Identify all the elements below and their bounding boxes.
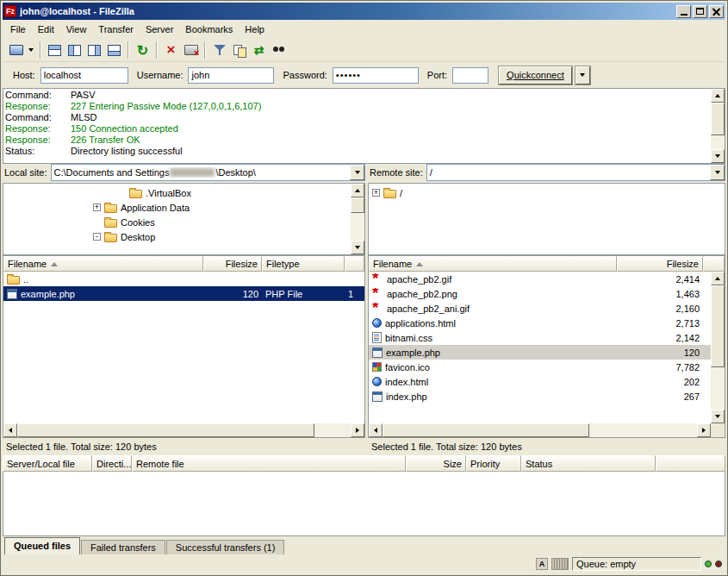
username-input[interactable] xyxy=(188,67,274,84)
file-row[interactable]: index.html202 xyxy=(369,374,711,389)
log-scrollbar[interactable] xyxy=(711,89,725,163)
queue-list-empty[interactable] xyxy=(3,472,725,536)
toggle-message-log-button[interactable] xyxy=(45,41,65,60)
compare-button[interactable] xyxy=(229,41,249,60)
site-manager-dropdown-button[interactable] xyxy=(26,41,36,60)
tab-successful-transfers[interactable]: Successful transfers (1) xyxy=(166,540,285,554)
tree-item[interactable]: +/ xyxy=(369,185,725,200)
expander-plus-icon[interactable]: + xyxy=(93,203,101,211)
scroll-left-button[interactable] xyxy=(369,423,383,437)
menu-view[interactable]: View xyxy=(60,22,93,37)
tree-item[interactable]: +Application Data xyxy=(3,200,351,215)
menu-edit[interactable]: Edit xyxy=(32,22,60,37)
local-path-combobox[interactable]: C:\Documents and Settings\Desktop\ xyxy=(51,164,365,181)
keyboard-icon[interactable] xyxy=(551,558,569,570)
quickconnect-button[interactable]: Quickconnect xyxy=(499,66,572,85)
file-row-selected[interactable]: example.php120 xyxy=(369,345,711,360)
scroll-thumb[interactable] xyxy=(17,423,314,437)
sync-browse-button[interactable] xyxy=(249,41,269,60)
scroll-down-button[interactable] xyxy=(711,149,725,163)
scroll-thumb[interactable] xyxy=(711,285,725,367)
scroll-left-button[interactable] xyxy=(3,423,17,437)
scroll-up-button[interactable] xyxy=(711,89,725,103)
file-row[interactable]: favicon.ico7,782 xyxy=(369,360,711,374)
scroll-track[interactable] xyxy=(383,423,697,437)
host-input[interactable] xyxy=(40,67,128,84)
toggle-queue-button[interactable] xyxy=(104,41,124,60)
port-input[interactable] xyxy=(452,67,488,84)
local-list-hscrollbar[interactable] xyxy=(3,423,364,437)
combo-dropdown-button[interactable] xyxy=(710,165,725,180)
minimize-icon xyxy=(681,14,688,16)
file-row[interactable]: apache_pb2_ani.gif2,160 xyxy=(369,301,711,316)
column-header-direction[interactable]: Directi... xyxy=(92,455,132,472)
scroll-thumb[interactable] xyxy=(383,423,589,437)
combo-dropdown-button[interactable] xyxy=(350,165,364,180)
column-header-size[interactable]: Size xyxy=(406,455,466,472)
scroll-down-button[interactable] xyxy=(711,410,725,423)
transfer-type-ascii-icon[interactable]: A xyxy=(536,558,548,570)
quickconnect-dropdown-button[interactable] xyxy=(576,66,590,85)
remote-list-vscrollbar[interactable] xyxy=(711,272,725,423)
minimize-button[interactable] xyxy=(676,5,691,18)
expander-minus-icon[interactable]: - xyxy=(93,233,101,241)
menu-bookmarks[interactable]: Bookmarks xyxy=(179,22,239,37)
password-input[interactable] xyxy=(333,67,419,84)
column-header-status[interactable]: Status xyxy=(521,455,656,472)
scroll-down-button[interactable] xyxy=(351,241,364,254)
scroll-right-button[interactable] xyxy=(697,423,711,437)
file-name: apache_pb2_ani.gif xyxy=(387,304,470,314)
scroll-up-button[interactable] xyxy=(351,184,364,197)
scroll-right-button[interactable] xyxy=(351,423,364,437)
toolbar xyxy=(3,39,725,62)
column-header-filename[interactable]: Filename xyxy=(369,256,617,272)
file-row-parent-dir[interactable]: .. xyxy=(3,272,364,286)
scroll-track[interactable] xyxy=(17,423,351,437)
remote-list-hscrollbar[interactable] xyxy=(369,423,725,437)
column-header-filetype[interactable]: Filetype xyxy=(262,256,345,272)
tree-item[interactable]: Cookies xyxy=(3,215,351,229)
menu-server[interactable]: Server xyxy=(140,22,179,37)
tab-failed-transfers[interactable]: Failed transfers xyxy=(81,540,165,554)
scroll-track[interactable] xyxy=(351,197,364,241)
scroll-track[interactable] xyxy=(711,103,725,149)
column-header-filesize[interactable]: Filesize xyxy=(617,256,703,272)
file-row[interactable]: apache_pb2.png1,463 xyxy=(369,286,711,301)
local-tree-scrollbar[interactable] xyxy=(351,184,364,254)
file-row[interactable]: index.php267 xyxy=(369,389,711,404)
file-row[interactable]: bitnami.css2,142 xyxy=(369,330,711,345)
menu-transfer[interactable]: Transfer xyxy=(92,22,140,37)
close-button[interactable] xyxy=(709,5,724,18)
tab-queued-files[interactable]: Queued files xyxy=(4,537,80,554)
scroll-up-button[interactable] xyxy=(711,272,725,285)
scroll-track[interactable] xyxy=(711,285,725,410)
column-label: Status xyxy=(526,459,552,469)
toggle-local-tree-button[interactable] xyxy=(65,41,84,60)
menu-help[interactable]: Help xyxy=(239,22,271,37)
column-header-filesize[interactable]: Filesize xyxy=(203,256,262,272)
remote-path-combobox[interactable]: / xyxy=(426,164,725,181)
disconnect-button[interactable] xyxy=(181,41,201,60)
scroll-thumb[interactable] xyxy=(351,197,364,213)
title-bar[interactable]: Fz john@localhost - FileZilla xyxy=(3,3,725,20)
menu-file[interactable]: File xyxy=(4,22,32,37)
column-header-server-local-file[interactable]: Server/Local file xyxy=(3,455,92,472)
chevron-down-icon xyxy=(355,171,360,174)
find-button[interactable] xyxy=(269,41,289,60)
cancel-button[interactable] xyxy=(161,41,181,60)
file-row[interactable]: applications.html2,713 xyxy=(369,316,711,330)
file-row-selected[interactable]: example.php 120 PHP File 1 xyxy=(3,286,364,301)
toggle-remote-tree-button[interactable] xyxy=(84,41,104,60)
expander-plus-icon[interactable]: + xyxy=(372,189,380,197)
tree-item[interactable]: -Desktop xyxy=(3,229,351,244)
tree-item[interactable]: .VirtualBox xyxy=(3,185,351,200)
maximize-button[interactable] xyxy=(693,5,707,18)
file-row[interactable]: apache_pb2.gif2,414 xyxy=(369,272,711,286)
refresh-button[interactable] xyxy=(133,41,152,60)
site-manager-button[interactable] xyxy=(6,41,26,60)
column-header-remote-file[interactable]: Remote file xyxy=(132,455,406,472)
column-header-priority[interactable]: Priority xyxy=(466,455,521,472)
column-header-filename[interactable]: Filename xyxy=(3,256,203,272)
scroll-thumb[interactable] xyxy=(711,103,725,135)
filter-button[interactable] xyxy=(209,41,229,60)
